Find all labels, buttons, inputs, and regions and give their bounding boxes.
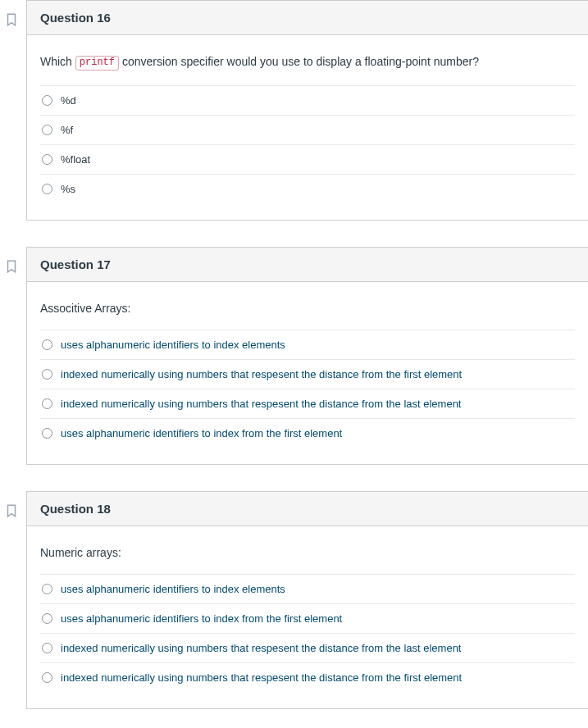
answer-text: uses alphanumeric identifiers to index e… (61, 339, 285, 351)
question-block-16: Question 16 Which printf conversion spec… (26, 0, 588, 221)
question-block-18: Question 18 Numeric arrays: uses alphanu… (26, 491, 588, 709)
bookmark-icon[interactable] (4, 259, 19, 274)
answer-text: uses alphanumeric identifiers to index f… (61, 427, 342, 439)
answer-option[interactable]: indexed numerically using numbers that r… (40, 389, 575, 418)
answer-option[interactable]: uses alphanumeric identifiers to index f… (40, 418, 575, 448)
question-prompt: Numeric arrays: (40, 546, 575, 559)
answer-list: uses alphanumeric identifiers to index e… (40, 574, 575, 692)
answer-text: %float (61, 153, 90, 166)
answer-list: uses alphanumeric identifiers to index e… (40, 330, 575, 448)
question-prompt: Associtive Arrays: (40, 302, 575, 315)
question-body: Numeric arrays: uses alphanumeric identi… (27, 526, 588, 708)
bookmark-icon[interactable] (4, 503, 19, 518)
radio-icon (42, 95, 52, 106)
answer-text: %s (61, 183, 75, 195)
radio-icon (42, 613, 52, 624)
answer-list: %d %f %float %s (40, 85, 575, 203)
answer-text: indexed numerically using numbers that r… (61, 642, 461, 654)
question-block-17: Question 17 Associtive Arrays: uses alph… (26, 247, 588, 465)
answer-option[interactable]: %float (40, 144, 575, 174)
answer-option[interactable]: uses alphanumeric identifiers to index e… (40, 330, 575, 359)
answer-text: indexed numerically using numbers that r… (61, 368, 462, 380)
code-badge-printf: printf (75, 56, 119, 71)
answer-text: %f (61, 124, 73, 136)
answer-option[interactable]: %d (40, 85, 575, 115)
prompt-text-before: Which (40, 55, 75, 68)
radio-icon (42, 584, 52, 594)
radio-icon (42, 428, 52, 439)
radio-icon (42, 184, 52, 194)
question-title: Question 16 (27, 1, 588, 35)
answer-text: indexed numerically using numbers that r… (61, 671, 462, 684)
radio-icon (42, 398, 52, 409)
radio-icon (42, 369, 52, 380)
answer-option[interactable]: indexed numerically using numbers that r… (40, 633, 575, 662)
question-prompt: Which printf conversion specifier would … (40, 55, 575, 71)
question-body: Associtive Arrays: uses alphanumeric ide… (27, 282, 588, 464)
bookmark-icon[interactable] (4, 12, 19, 27)
radio-icon (42, 154, 52, 165)
answer-text: uses alphanumeric identifiers to index f… (61, 612, 342, 625)
answer-text: indexed numerically using numbers that r… (61, 398, 461, 410)
prompt-text-after: conversion specifier would you use to di… (119, 55, 479, 68)
question-body: Which printf conversion specifier would … (27, 35, 588, 220)
answer-text: uses alphanumeric identifiers to index e… (61, 583, 285, 595)
answer-option[interactable]: %f (40, 115, 575, 144)
question-title: Question 17 (27, 248, 588, 282)
answer-option[interactable]: uses alphanumeric identifiers to index f… (40, 603, 575, 633)
answer-option[interactable]: uses alphanumeric identifiers to index e… (40, 574, 575, 603)
radio-icon (42, 643, 52, 653)
answer-option[interactable]: %s (40, 174, 575, 203)
radio-icon (42, 125, 52, 135)
radio-icon (42, 672, 52, 683)
radio-icon (42, 339, 52, 350)
answer-option[interactable]: indexed numerically using numbers that r… (40, 662, 575, 692)
question-title: Question 18 (27, 492, 588, 526)
answer-option[interactable]: indexed numerically using numbers that r… (40, 359, 575, 389)
answer-text: %d (61, 94, 76, 107)
